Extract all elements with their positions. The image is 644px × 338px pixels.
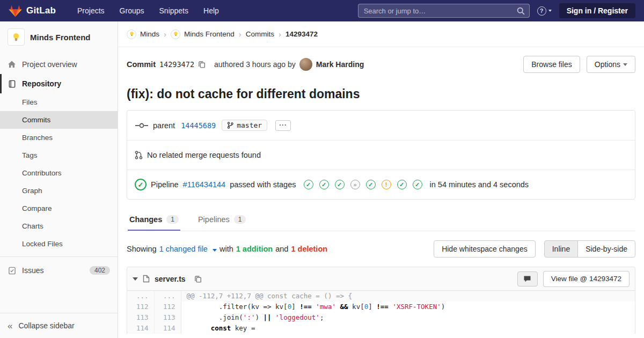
parent-sha-link[interactable]: 14445689 <box>181 121 216 130</box>
nav-help[interactable]: Help <box>196 0 226 21</box>
parent-row: parent 14445689 master ··· <box>127 111 635 140</box>
brand-name: GitLab <box>26 5 56 16</box>
hide-whitespace-button[interactable]: Hide whitespace changes <box>434 240 536 258</box>
sidebar-item-compare[interactable]: Compare <box>0 200 118 217</box>
sidebar-item-graph[interactable]: Graph <box>0 182 118 200</box>
sidebar-item-locked-files[interactable]: Locked Files <box>0 235 118 253</box>
ci-stage-skipped-icon[interactable]: » <box>350 180 360 189</box>
diff-old-line-number[interactable]: 113 <box>127 312 154 323</box>
code-token-p <box>336 303 340 311</box>
diff-new-line-number[interactable]: 113 <box>154 312 181 323</box>
sign-in-button[interactable]: Sign in / Register <box>559 3 635 18</box>
copy-sha-button[interactable] <box>198 61 206 68</box>
sidebar-item-label: Issues <box>22 266 43 275</box>
sidebar-item-tags[interactable]: Tags <box>0 146 118 164</box>
sidebar-item-branches[interactable]: Branches <box>0 129 118 146</box>
with-text: with <box>219 245 233 253</box>
changed-files-dropdown[interactable]: 1 changed file <box>159 245 217 253</box>
code-token-p: .join( <box>187 313 243 321</box>
side-by-side-view-button[interactable]: Side-by-side <box>577 240 635 258</box>
code-token-str: 'loggedout' <box>275 313 320 321</box>
no-merge-requests-text: No related merge requests found <box>147 151 261 159</box>
code-token-p: key = <box>231 324 255 332</box>
file-name[interactable]: server.ts <box>155 275 186 283</box>
gitlab-home-link[interactable]: GitLab <box>9 5 56 17</box>
author-name[interactable]: Mark Harding <box>316 60 364 69</box>
ci-stage-passed-icon[interactable]: ✓ <box>397 180 407 189</box>
commit-label: Commit <box>127 60 156 69</box>
sidebar-nav: Project overview Repository Files Commit… <box>0 55 118 280</box>
breadcrumb-project[interactable]: Minds Frontend <box>184 30 235 38</box>
author-avatar[interactable] <box>299 58 312 71</box>
code-token-p: .filter(kv => kv[ <box>187 303 288 311</box>
sidebar-item-charts[interactable]: Charts <box>0 217 118 235</box>
repository-submenu: Files Commits Branches Tags Contributors… <box>0 93 118 253</box>
inline-view-button[interactable]: Inline <box>544 240 578 258</box>
sidebar-item-issues[interactable]: Issues 402 <box>0 261 118 280</box>
double-chevron-left-icon: « <box>8 321 12 330</box>
ci-stage-passed-icon[interactable]: ✓ <box>304 180 313 189</box>
breadcrumb-group[interactable]: Minds <box>140 30 159 38</box>
diff-old-line-number[interactable]: 112 <box>127 302 154 312</box>
parent-label: parent <box>153 121 175 130</box>
pipeline-id-link[interactable]: #116434144 <box>183 180 226 189</box>
sidebar-item-label: Repository <box>22 79 61 88</box>
browse-files-button[interactable]: Browse files <box>523 56 580 73</box>
pipeline-status-passed-icon[interactable]: ✓ <box>135 179 147 190</box>
nav-snippets[interactable]: Snippets <box>152 0 196 21</box>
diff-old-line-number: ... <box>127 291 154 302</box>
collapse-sidebar-button[interactable]: « Collapse sidebar <box>0 313 118 338</box>
diff-old-line-number[interactable]: 114 <box>127 323 154 334</box>
issues-icon <box>8 267 16 275</box>
help-menu[interactable]: ? <box>537 6 552 16</box>
nav-groups[interactable]: Groups <box>112 0 152 21</box>
diff-new-line-number[interactable]: 114 <box>154 323 181 334</box>
commit-title: (fix): do not cache for different domain… <box>127 86 635 102</box>
tab-pipelines[interactable]: Pipelines 1 <box>196 208 248 231</box>
project-context[interactable]: Minds Frontend <box>0 21 118 53</box>
ci-stage-warning-icon[interactable]: ! <box>382 180 391 189</box>
sidebar-item-files[interactable]: Files <box>0 93 118 111</box>
ci-stage-passed-icon[interactable]: ✓ <box>335 180 345 189</box>
code-token-op: && <box>340 303 348 311</box>
breadcrumb-commits[interactable]: Commits <box>246 30 274 38</box>
ci-stage-passed-icon[interactable]: ✓ <box>413 180 422 189</box>
project-avatar <box>8 28 25 46</box>
copy-icon <box>194 275 202 283</box>
view-file-button[interactable]: View file @ 14293472 <box>543 271 630 287</box>
sidebar-item-contributors[interactable]: Contributors <box>0 164 118 182</box>
branch-ref-chip[interactable]: master <box>222 120 267 131</box>
project-avatar-small <box>171 30 180 39</box>
pipeline-row: ✓ Pipeline #116434144 passed with stages… <box>127 170 635 199</box>
breadcrumb-separator-icon: › <box>278 30 282 39</box>
code-token-p <box>272 313 276 321</box>
options-dropdown-button[interactable]: Options <box>587 56 635 73</box>
comment-bubble-icon <box>523 275 531 283</box>
search-input[interactable] <box>358 4 529 17</box>
project-name: Minds Frontend <box>30 33 91 42</box>
expand-commit-description-button[interactable]: ··· <box>275 120 291 131</box>
sidebar-item-repository[interactable]: Repository <box>0 74 118 93</box>
tab-changes-label: Changes <box>129 215 162 224</box>
sidebar-item-project-overview[interactable]: Project overview <box>0 55 118 74</box>
collapse-diff-caret-icon[interactable] <box>133 277 138 281</box>
ci-stage-passed-icon[interactable]: ✓ <box>366 180 376 189</box>
lightbulb-icon <box>11 32 21 42</box>
branch-icon <box>227 122 233 129</box>
diff-new-line-number[interactable]: 112 <box>154 302 181 312</box>
sidebar-item-commits[interactable]: Commits <box>0 111 118 129</box>
chevron-down-icon <box>623 63 627 66</box>
code-token-op: !== <box>299 303 312 311</box>
nav-projects[interactable]: Projects <box>70 0 112 21</box>
code-token-p: ] <box>368 303 376 311</box>
code-token-p: kv[ <box>348 303 364 311</box>
breadcrumb-current-sha: 14293472 <box>286 30 318 38</box>
copy-file-path-button[interactable] <box>194 275 202 283</box>
diff-line: ......@@ -112,7 +112,7 @@ const cache = … <box>127 291 635 302</box>
commit-sha: 14293472 <box>159 60 194 69</box>
tab-pipelines-label: Pipelines <box>198 215 230 224</box>
ci-stage-passed-icon[interactable]: ✓ <box>319 180 329 189</box>
tab-changes[interactable]: Changes 1 <box>128 208 180 231</box>
main-content: Minds › Minds Frontend › Commits › 14293… <box>118 21 644 338</box>
toggle-comments-button[interactable] <box>517 271 538 286</box>
